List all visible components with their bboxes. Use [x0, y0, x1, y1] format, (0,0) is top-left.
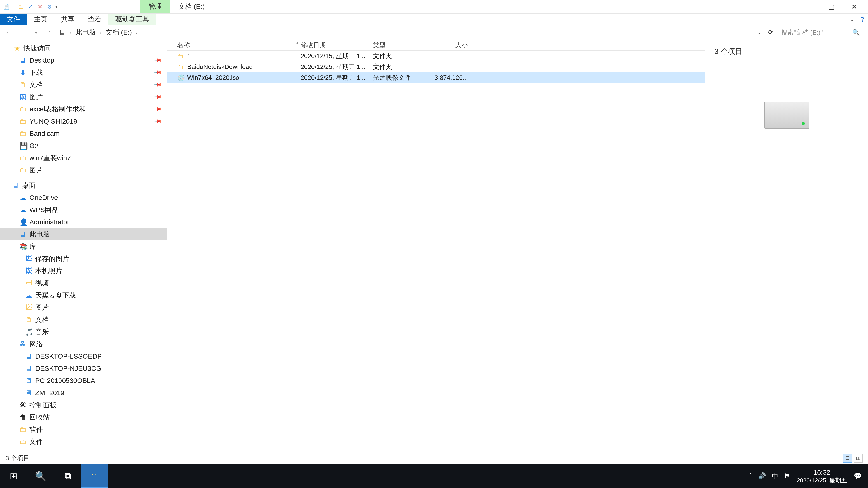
sidebar-desktop[interactable]: 🖥桌面	[0, 180, 167, 192]
recycle-icon: 🗑	[20, 414, 26, 421]
desktop-icon: 🖥	[20, 57, 26, 64]
chevron-right-icon[interactable]: ›	[136, 30, 137, 35]
sidebar-item[interactable]: ☁天翼云盘下载	[0, 289, 167, 301]
pictures-icon: 🖼	[25, 304, 32, 311]
pin-icon: 📌	[154, 56, 162, 64]
sidebar-item-pictures[interactable]: 🖼图片📌	[0, 91, 167, 103]
breadcrumb-current[interactable]: 文档 (E:)	[105, 28, 132, 37]
tab-view[interactable]: 查看	[81, 13, 108, 25]
navigation-pane[interactable]: ★快速访问 🖥Desktop📌 ⬇下载📌 🗎文档📌 🖼图片📌 🗀excel表格制…	[0, 40, 167, 452]
tray-overflow-icon[interactable]: ˄	[749, 473, 752, 480]
tab-share[interactable]: 共享	[54, 13, 81, 25]
start-button[interactable]: ⊞	[0, 464, 27, 488]
breadcrumb-this-pc[interactable]: 此电脑	[75, 28, 96, 37]
action-center-icon[interactable]: 💬	[854, 472, 862, 480]
sidebar-item-onedrive[interactable]: ☁OneDrive	[0, 192, 167, 204]
pin-icon: 📌	[154, 68, 162, 76]
sidebar-item[interactable]: 🗀win7重装win7	[0, 152, 167, 164]
ribbon-expand-icon[interactable]: ⌄	[850, 13, 859, 25]
sidebar-item-netpc[interactable]: 🖥ZMT2019	[0, 387, 167, 399]
sidebar-item[interactable]: 🗀YUNQISHI2019📌	[0, 115, 167, 127]
qa-open-icon[interactable]: 🗀	[18, 3, 25, 10]
breadcrumb[interactable]: 🖥 › 此电脑 › 文档 (E:) › ⌄	[59, 28, 764, 37]
file-row[interactable]: 🗀12020/12/15, 星期二 1...文件夹	[167, 51, 705, 61]
close-button[interactable]: ✕	[847, 2, 861, 11]
search-button[interactable]: 🔍	[27, 464, 54, 488]
folder-icon: 🗀	[20, 154, 26, 162]
column-type[interactable]: 类型	[373, 41, 434, 50]
sidebar-item-recycle[interactable]: 🗑回收站	[0, 411, 167, 423]
column-size[interactable]: 大小	[434, 41, 472, 50]
chevron-right-icon[interactable]: ›	[100, 30, 101, 35]
file-list[interactable]: 名称▴ 修改日期 类型 大小 🗀12020/12/15, 星期二 1...文件夹…	[167, 40, 705, 452]
sidebar-item-netpc[interactable]: 🖥DESKTOP-LSSOEDP	[0, 350, 167, 362]
refresh-button[interactable]: ⟳	[768, 29, 773, 36]
task-view-button[interactable]: ⧉	[54, 464, 81, 488]
file-type: 文件夹	[373, 63, 434, 71]
app-icon: 📄	[3, 3, 10, 10]
sidebar-item-drive[interactable]: 💾G:\	[0, 140, 167, 152]
security-icon[interactable]: ⚑	[784, 472, 790, 480]
sidebar-item[interactable]: 🎵音乐	[0, 326, 167, 338]
minimize-button[interactable]: —	[802, 2, 815, 11]
sidebar-item[interactable]: 🗀excel表格制作求和📌	[0, 103, 167, 115]
address-dropdown-icon[interactable]: ⌄	[757, 30, 761, 35]
column-date[interactable]: 修改日期	[301, 41, 373, 50]
qa-more-icon[interactable]: ▾	[55, 4, 57, 9]
qa-delete-icon[interactable]: ✕	[36, 3, 43, 10]
sidebar-item[interactable]: 🗀图片	[0, 164, 167, 176]
chevron-right-icon[interactable]: ›	[70, 30, 71, 35]
sidebar-item-desktop[interactable]: 🖥Desktop📌	[0, 54, 167, 66]
star-icon: ★	[13, 44, 20, 52]
sidebar-item[interactable]: 🗀Bandicam	[0, 127, 167, 140]
sidebar-item-control-panel[interactable]: 🛠控制面板	[0, 399, 167, 411]
taskbar[interactable]: ⊞ 🔍 ⧉ 🗀 ˄ 🔊 中 ⚑ 16:32 2020/12/25, 星期五 💬	[0, 464, 868, 488]
sidebar-quick-access[interactable]: ★快速访问	[0, 42, 167, 54]
taskbar-explorer[interactable]: 🗀	[81, 464, 108, 488]
sidebar-item-wps[interactable]: ☁WPS网盘	[0, 204, 167, 216]
sidebar-item[interactable]: 🖼图片	[0, 301, 167, 314]
up-button[interactable]: ↑	[45, 28, 54, 37]
sidebar-item[interactable]: 🖼保存的图片	[0, 253, 167, 265]
document-icon: 🗎	[20, 81, 26, 89]
history-dropdown[interactable]: ▾	[32, 28, 41, 37]
sidebar-item-netpc[interactable]: 🖥DESKTOP-NJEU3CG	[0, 362, 167, 375]
qa-check-icon[interactable]: ✓	[27, 3, 34, 10]
sidebar-item-downloads[interactable]: ⬇下载📌	[0, 66, 167, 78]
tab-home[interactable]: 主页	[27, 13, 54, 25]
sidebar-item-network[interactable]: 🖧网络	[0, 338, 167, 350]
sidebar-item[interactable]: 🖼本机照片	[0, 265, 167, 277]
sidebar-item[interactable]: 🗀文件	[0, 435, 167, 448]
preview-pane: 3 个项目	[705, 40, 868, 452]
qa-props-icon[interactable]: ⚙	[46, 3, 53, 10]
ime-indicator[interactable]: 中	[772, 472, 778, 480]
pictures-icon: 🖼	[25, 255, 32, 263]
file-row[interactable]: 💿Win7x64_2020.iso2020/12/25, 星期五 1...光盘映…	[167, 72, 705, 83]
back-button[interactable]: ←	[4, 28, 13, 37]
help-icon[interactable]: ?	[859, 13, 868, 25]
sidebar-item[interactable]: 🎞视频	[0, 277, 167, 289]
document-icon: 🗎	[25, 316, 32, 324]
file-row[interactable]: 🗀BaiduNetdiskDownload2020/12/25, 星期五 1..…	[167, 61, 705, 72]
sidebar-item-user[interactable]: 👤Administrator	[0, 216, 167, 228]
sidebar-item[interactable]: 🗎文档	[0, 314, 167, 326]
sidebar-item-libraries[interactable]: 📚库	[0, 240, 167, 253]
sidebar-item-netpc[interactable]: 🖥PC-20190530OBLA	[0, 375, 167, 387]
tab-file[interactable]: 文件	[0, 13, 27, 25]
context-tab-manage[interactable]: 管理	[140, 0, 170, 13]
column-name[interactable]: 名称▴	[167, 41, 301, 50]
view-thumbnails-button[interactable]: ▦	[854, 454, 863, 463]
sidebar-item-documents[interactable]: 🗎文档📌	[0, 78, 167, 91]
search-input[interactable]: 搜索"文档 (E:)" 🔍	[778, 27, 864, 38]
maximize-button[interactable]: ▢	[825, 2, 838, 11]
forward-button[interactable]: →	[18, 28, 27, 37]
search-icon[interactable]: 🔍	[852, 29, 860, 36]
volume-icon[interactable]: 🔊	[758, 472, 766, 480]
sidebar-item[interactable]: 🗀软件	[0, 423, 167, 435]
tab-drive-tools[interactable]: 驱动器工具	[108, 13, 156, 25]
folder-icon: 🗀	[20, 166, 26, 174]
sidebar-item-this-pc[interactable]: 🖥此电脑	[0, 228, 167, 240]
cloud-icon: ☁	[20, 194, 26, 202]
taskbar-clock[interactable]: 16:32 2020/12/25, 星期五	[797, 468, 847, 484]
view-details-button[interactable]: ☰	[843, 454, 852, 463]
